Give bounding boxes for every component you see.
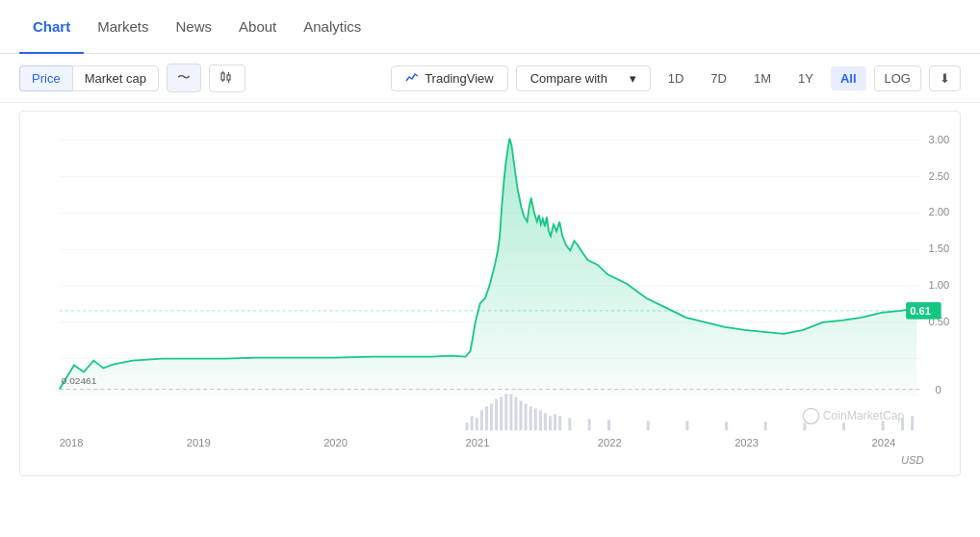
svg-rect-36 <box>588 419 591 430</box>
svg-text:CoinMarketCap: CoinMarketCap <box>823 409 905 422</box>
period-1y-button[interactable]: 1Y <box>788 66 823 90</box>
chart-toolbar: Price Market cap 〜 TradingView Compare w… <box>0 54 980 103</box>
svg-rect-38 <box>647 421 650 430</box>
svg-rect-21 <box>495 398 498 430</box>
svg-rect-27 <box>525 403 528 430</box>
svg-rect-34 <box>558 416 561 430</box>
nav-analytics[interactable]: Analytics <box>290 0 374 54</box>
nav-markets[interactable]: Markets <box>84 0 162 54</box>
svg-rect-18 <box>480 410 483 430</box>
compare-button[interactable]: Compare with ▾ <box>516 65 651 91</box>
download-button[interactable]: ⬇ <box>929 65 961 91</box>
nav-news[interactable]: News <box>163 0 226 54</box>
marketcap-button[interactable]: Market cap <box>72 65 159 91</box>
svg-rect-25 <box>514 396 517 430</box>
svg-rect-20 <box>490 403 493 430</box>
svg-rect-16 <box>471 416 474 430</box>
svg-rect-29 <box>534 408 537 430</box>
period-1d-button[interactable]: 1D <box>658 66 694 90</box>
svg-rect-19 <box>485 406 488 430</box>
period-7d-button[interactable]: 7D <box>701 66 736 90</box>
period-all-button[interactable]: All <box>831 66 866 90</box>
svg-rect-46 <box>911 416 914 430</box>
nav-chart[interactable]: Chart <box>19 0 84 54</box>
price-button[interactable]: Price <box>19 65 72 91</box>
top-navigation: Chart Markets News About Analytics <box>0 0 980 54</box>
svg-text:2022: 2022 <box>598 437 622 448</box>
svg-rect-23 <box>504 394 507 430</box>
svg-text:1.00: 1.00 <box>928 279 949 291</box>
svg-text:1.50: 1.50 <box>928 243 949 254</box>
log-button[interactable]: LOG <box>874 65 921 91</box>
download-icon: ⬇ <box>940 71 950 86</box>
svg-rect-43 <box>842 422 845 430</box>
nav-about[interactable]: About <box>225 0 290 54</box>
nav-markets-label: Markets <box>97 18 148 35</box>
svg-text:2021: 2021 <box>466 437 490 448</box>
svg-rect-40 <box>725 422 728 430</box>
svg-rect-28 <box>529 406 532 430</box>
nav-analytics-label: Analytics <box>303 18 361 35</box>
svg-text:0.61: 0.61 <box>910 305 931 317</box>
svg-rect-26 <box>520 400 523 430</box>
svg-text:2018: 2018 <box>60 437 84 448</box>
svg-rect-17 <box>476 418 478 430</box>
svg-rect-37 <box>607 420 610 430</box>
tradingview-button[interactable]: TradingView <box>391 65 508 91</box>
svg-rect-42 <box>803 422 806 430</box>
svg-rect-35 <box>568 418 571 430</box>
nav-chart-label: Chart <box>33 18 70 35</box>
svg-text:2.50: 2.50 <box>928 170 949 182</box>
svg-rect-15 <box>466 422 469 430</box>
svg-text:0.02461: 0.02461 <box>62 376 97 387</box>
svg-text:0: 0 <box>936 385 941 396</box>
nav-news-label: News <box>176 18 213 35</box>
svg-rect-41 <box>764 422 767 430</box>
svg-rect-32 <box>549 416 552 430</box>
svg-rect-31 <box>544 413 547 430</box>
svg-point-63 <box>803 408 818 423</box>
svg-text:2020: 2020 <box>323 437 348 448</box>
svg-rect-39 <box>685 421 688 430</box>
nav-about-label: About <box>239 18 276 35</box>
price-chart: 3.00 2.50 2.00 1.50 1.00 0.50 0 2018 201… <box>19 111 961 476</box>
chevron-down-icon: ▾ <box>630 71 636 86</box>
svg-rect-0 <box>221 73 224 80</box>
svg-text:3.00: 3.00 <box>928 134 949 145</box>
price-type-group: Price Market cap <box>19 65 159 91</box>
svg-rect-33 <box>554 414 556 430</box>
svg-rect-30 <box>539 410 542 430</box>
svg-text:2019: 2019 <box>187 437 211 448</box>
line-chart-button[interactable]: 〜 <box>167 64 201 92</box>
svg-text:2024: 2024 <box>872 437 896 448</box>
svg-rect-22 <box>500 396 503 430</box>
svg-text:2.00: 2.00 <box>928 207 949 218</box>
svg-rect-3 <box>227 75 230 80</box>
candle-chart-button[interactable] <box>209 64 245 92</box>
svg-rect-24 <box>509 394 512 430</box>
svg-text:2023: 2023 <box>735 437 759 448</box>
period-1m-button[interactable]: 1M <box>744 66 781 90</box>
svg-text:USD: USD <box>901 454 924 466</box>
